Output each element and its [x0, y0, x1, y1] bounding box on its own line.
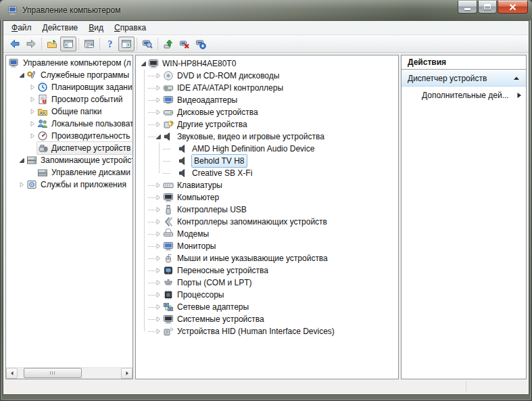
tree-item[interactable]: Управление дисками [6, 166, 132, 179]
tree-item[interactable]: Общие папки [6, 105, 132, 118]
tree-item[interactable]: Порты (COM и LPT) [136, 277, 398, 289]
up-one-level-button[interactable] [44, 37, 60, 51]
back-button[interactable] [7, 37, 23, 51]
horizontal-scrollbar[interactable] [6, 367, 132, 379]
tree-item-label: Просмотр событий [51, 93, 122, 105]
uninstall-device-button[interactable] [176, 37, 193, 51]
tree-guide-line [163, 149, 170, 149]
menu-view[interactable]: Вид [83, 21, 109, 34]
tree-item[interactable]: Служебные программы [6, 69, 132, 81]
expander-collapsed-icon[interactable] [28, 118, 37, 130]
chevron-up-icon[interactable] [513, 76, 520, 81]
tree-item[interactable]: Запоминающие устройст [6, 154, 132, 166]
actions-more-label: Дополнительные дей... [422, 91, 516, 100]
tree-item[interactable]: Переносные устройства [136, 264, 398, 277]
title-bar[interactable]: Управление компьютером [0, 0, 532, 20]
tree-item[interactable]: Системные устройства [136, 313, 398, 325]
menu-action[interactable]: Действие [37, 21, 84, 34]
tree-item-label: AMD High Definition Audio Device [192, 143, 314, 155]
tree-item[interactable]: DVD и CD-ROM дисководы [136, 70, 398, 82]
update-driver-icon [163, 39, 174, 49]
menu-help[interactable]: Справка [109, 21, 151, 34]
tree-item[interactable]: Модемы [136, 228, 398, 240]
tree-item-label: Локальные пользовате [51, 118, 132, 130]
menu-file[interactable]: Файл [6, 21, 37, 34]
tree-item[interactable]: Производительность [6, 130, 132, 142]
storage-controller-icon [163, 216, 174, 227]
tree-guide-line [148, 234, 155, 235]
tree-item[interactable]: Процессоры [136, 289, 398, 301]
tree-item[interactable]: Мониторы [136, 240, 398, 252]
sound-device-icon [178, 168, 189, 179]
expander-collapsed-icon[interactable] [28, 93, 37, 105]
tree-item[interactable]: Управление компьютером (л [6, 57, 132, 69]
tree-item[interactable]: Компьютер [136, 191, 398, 204]
tree-item[interactable]: Контроллеры запоминающих устройств [136, 216, 398, 228]
tree-item[interactable]: Звуковые, видео и игровые устройства [136, 131, 398, 143]
scroll-left-button[interactable] [6, 368, 18, 379]
mouse-icon [163, 253, 174, 264]
window-title: Управление компьютером [22, 5, 120, 15]
forward-button[interactable] [23, 37, 39, 51]
tree-item[interactable]: Мыши и иные указывающие устройства [136, 252, 398, 264]
expander-expanded-icon[interactable] [139, 57, 148, 70]
help-button[interactable]: ? [102, 37, 118, 51]
tree-guide-line [148, 222, 155, 222]
close-icon [509, 3, 516, 11]
tree-item-label: Модемы [177, 228, 209, 240]
actions-group-device-manager[interactable]: Диспетчер устройств [402, 70, 526, 87]
tree-item[interactable]: Контроллеры USB [136, 204, 398, 216]
selected-item[interactable]: Диспетчер устройств [37, 141, 132, 155]
scrollbar-track[interactable] [18, 368, 121, 379]
scan-hardware-button[interactable] [193, 37, 209, 51]
tree-item[interactable]: Устройства HID (Human Interface Devices) [136, 325, 398, 337]
tree-item[interactable]: Видеоадаптеры [136, 94, 398, 106]
tree-item[interactable]: Behold TV H8 [136, 155, 398, 167]
tree-guide-line [148, 270, 155, 271]
update-driver-button[interactable] [160, 37, 176, 51]
expander-collapsed-icon[interactable] [28, 81, 37, 93]
scrollbar-thumb[interactable] [24, 368, 82, 378]
tree-item-label: IDE ATA/ATAPI контроллеры [177, 82, 283, 94]
expander-expanded-icon[interactable] [17, 69, 26, 81]
tree-item-label: Звуковые, видео и игровые устройства [177, 131, 324, 143]
expander-collapsed-icon[interactable] [28, 130, 37, 142]
tree-item[interactable]: Дисковые устройства [136, 106, 398, 118]
tree-item[interactable]: Просмотр событий [6, 93, 132, 105]
tree-item[interactable]: Creative SB X-Fi [136, 167, 398, 179]
status-bar-divider [466, 381, 466, 392]
tree-item[interactable]: ?Другие устройства [136, 118, 398, 131]
tree-item[interactable]: Локальные пользовате [6, 118, 132, 130]
keyboard-icon [163, 180, 174, 191]
properties-button[interactable] [81, 37, 97, 51]
scroll-right-button[interactable] [121, 368, 132, 379]
tree-item[interactable]: Планировщик заданий [6, 81, 132, 93]
tree-item[interactable]: IDE ATA/ATAPI контроллеры [136, 82, 398, 94]
scan-computer-button[interactable] [139, 37, 155, 51]
disk-drive-icon [163, 107, 174, 118]
tree-guide-line [148, 185, 155, 186]
tree-item[interactable]: WIN-HP8H4AE80T0 [136, 57, 398, 70]
console-tree-panel: Управление компьютером (лСлужебные прогр… [5, 55, 133, 379]
expander-collapsed-icon[interactable] [17, 179, 26, 191]
computer-management-icon [9, 57, 20, 68]
tree-item-label: Дисковые устройства [177, 106, 258, 118]
close-button[interactable] [498, 1, 528, 14]
maximize-button[interactable] [478, 1, 497, 14]
tree-item[interactable]: Клавиатуры [136, 179, 398, 191]
window-content: Файл Действие Вид Справка ? Управление к… [3, 20, 529, 395]
dvd-drive-icon [163, 70, 174, 81]
tree-item[interactable]: Службы и приложения [6, 179, 132, 191]
expander-collapsed-icon[interactable] [28, 105, 37, 118]
selected-item[interactable]: Behold TV H8 [191, 154, 247, 168]
minimize-button[interactable] [458, 1, 477, 14]
show-action-pane-button[interactable] [118, 37, 135, 51]
toolbar: ? [3, 35, 529, 53]
display-adapter-icon [163, 95, 174, 105]
actions-more-item[interactable]: Дополнительные дей... [402, 87, 526, 104]
tree-item[interactable]: Сетевые адаптеры [136, 301, 398, 313]
tree-item[interactable]: AMD High Definition Audio Device [136, 143, 398, 155]
show-console-tree-button[interactable] [60, 37, 76, 51]
expander-expanded-icon[interactable] [17, 154, 26, 166]
tree-item[interactable]: Диспетчер устройств [6, 142, 132, 154]
